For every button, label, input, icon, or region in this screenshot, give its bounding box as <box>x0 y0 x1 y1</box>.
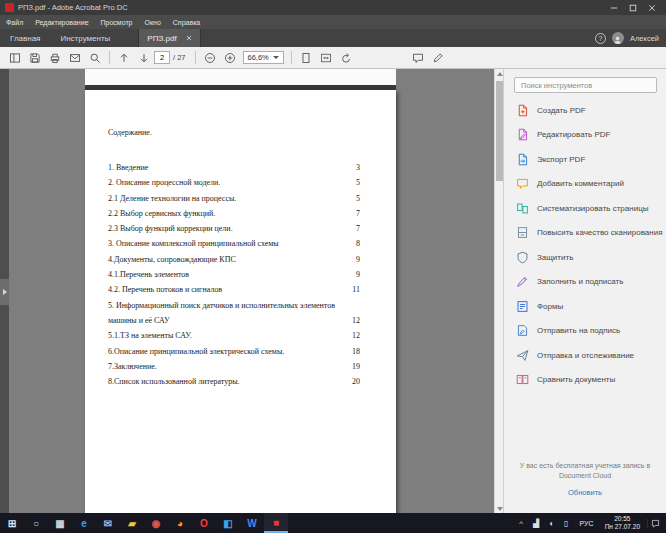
titlebar: РПЗ.pdf - Adobe Acrobat Pro DC <box>0 0 666 15</box>
upgrade-link[interactable]: Обновить <box>504 488 666 499</box>
close-button[interactable] <box>642 0 661 15</box>
clock-time: 20:55 <box>605 515 640 523</box>
toolbar: / 27 66,6% <box>0 47 666 69</box>
minimize-button[interactable] <box>604 0 623 15</box>
tab-tools[interactable]: Инструменты <box>50 29 120 47</box>
tab-document[interactable]: РПЗ.pdf <box>138 29 200 47</box>
fit-width-button[interactable] <box>316 49 336 67</box>
Добавить комментарий[interactable]: Добавить комментарий <box>504 172 666 197</box>
app-glyph: ○ <box>33 518 39 529</box>
Защитить[interactable]: Защитить <box>504 245 666 270</box>
battery-icon[interactable]: ▯ <box>560 519 573 528</box>
toc-entry-page: 7 <box>356 209 360 218</box>
menu-item[interactable]: Файл <box>0 15 29 29</box>
edge-icon[interactable]: e <box>72 513 96 533</box>
word-icon[interactable]: W <box>240 513 264 533</box>
toc-entry-page: 5 <box>356 178 360 187</box>
menu-item[interactable]: Справка <box>167 15 206 29</box>
vertical-scrollbar[interactable] <box>494 69 503 513</box>
mail-icon[interactable]: ✉ <box>96 513 120 533</box>
next-page-button[interactable] <box>134 49 154 67</box>
tools-list: Создать PDF Редактировать PDF Экспорт PD… <box>504 98 666 392</box>
explorer-icon[interactable]: ▰ <box>120 513 144 533</box>
tools-search-input[interactable] <box>514 77 657 93</box>
app-glyph: ■ <box>273 517 279 528</box>
help-icon[interactable]: ? <box>595 33 606 44</box>
tray-expand-icon[interactable]: ^ <box>515 519 528 528</box>
menu-item[interactable]: Просмотр <box>95 15 139 29</box>
menu-item[interactable]: Окно <box>139 15 167 29</box>
toc-entry-text: 1. Введение <box>108 163 148 172</box>
maximize-button[interactable] <box>623 0 642 15</box>
search-button[interactable]: ○ <box>24 513 48 533</box>
zoom-level-dropdown[interactable]: 66,6% <box>243 51 284 64</box>
acrobat-icon[interactable]: ■ <box>264 513 288 533</box>
volume-icon[interactable]: ◖ <box>545 519 558 528</box>
search-button[interactable] <box>85 49 105 67</box>
triangle-down-icon <box>497 507 503 511</box>
notice-line1: У вас есть бесплатная учетная запись в <box>504 461 666 471</box>
tool-label: Повысить качество сканирования <box>537 228 663 237</box>
tray-icons: ^ ▟ ◖ ▯ <box>515 519 573 528</box>
side-panel-toggle-button[interactable] <box>5 49 25 67</box>
Создать PDF[interactable]: Создать PDF <box>504 98 666 123</box>
firefox-icon[interactable]: ◕ <box>168 513 192 533</box>
avatar[interactable] <box>612 32 624 44</box>
tool-icon <box>516 275 529 288</box>
print-button[interactable] <box>45 49 65 67</box>
fit-one-page-button[interactable] <box>296 49 316 67</box>
Формы[interactable]: Формы <box>504 294 666 319</box>
tool-label: Экспорт PDF <box>537 155 585 164</box>
toc-row: 1. Введение 3 <box>108 163 360 178</box>
toolbar-separator <box>109 51 110 64</box>
opera-icon[interactable]: O <box>192 513 216 533</box>
tab-home[interactable]: Главная <box>0 29 50 47</box>
app-glyph: ◉ <box>152 518 161 529</box>
comment-tool-button[interactable] <box>408 49 428 67</box>
task-view-button[interactable]: ▦ <box>48 513 72 533</box>
email-button[interactable] <box>65 49 85 67</box>
toc-entry-text: 2.2 Выбор сервисных функций. <box>108 209 215 218</box>
app-glyph: ▦ <box>55 518 64 529</box>
network-icon[interactable]: ▟ <box>530 519 543 528</box>
scrollbar-thumb[interactable] <box>496 81 503 181</box>
Экспорт PDF[interactable]: Экспорт PDF <box>504 147 666 172</box>
previous-page-button[interactable] <box>114 49 134 67</box>
toc-row: машины и её САУ 12 <box>108 316 360 331</box>
toc-entry-text: 3. Описание комплексной принципиальной с… <box>108 239 279 248</box>
zoom-in-button[interactable] <box>220 49 240 67</box>
language-indicator[interactable]: РУС <box>576 520 598 527</box>
rotate-view-button[interactable] <box>336 49 356 67</box>
chrome-icon[interactable]: ◉ <box>144 513 168 533</box>
Отправка и отслеживание[interactable]: Отправка и отслеживание <box>504 343 666 368</box>
tool-label: Отправка и отслеживание <box>537 351 634 360</box>
menu-item[interactable]: Редактирование <box>29 15 94 29</box>
start-button[interactable]: ⊞ <box>0 513 24 533</box>
Отправить на подпись[interactable]: Отправить на подпись <box>504 319 666 344</box>
clock[interactable]: 20:55 Пн 27.07.20 <box>601 515 644 531</box>
user-name[interactable]: Алексей <box>630 34 659 43</box>
zoom-out-button[interactable] <box>200 49 220 67</box>
vscode-icon[interactable]: ◧ <box>216 513 240 533</box>
page-number-input[interactable] <box>154 51 170 64</box>
open-navigation-pane-handle[interactable] <box>0 279 9 305</box>
close-tab-icon[interactable] <box>186 35 192 41</box>
chevron-right-icon <box>3 289 7 295</box>
action-center-icon[interactable] <box>647 519 663 528</box>
triangle-up-icon <box>497 72 503 76</box>
toolbar-separator <box>291 51 292 64</box>
document-canvas[interactable]: Содержание. 1. Введение 3 2. Описание пр… <box>9 69 494 513</box>
document-page: Содержание. 1. Введение 3 2. Описание пр… <box>85 90 396 513</box>
sign-tool-button[interactable] <box>428 49 448 67</box>
Систематизировать страницы[interactable]: Систематизировать страницы <box>504 196 666 221</box>
Заполнить и подписать[interactable]: Заполнить и подписать <box>504 270 666 295</box>
Сравнить документы[interactable]: Сравнить документы <box>504 368 666 393</box>
toc-entry-page: 8 <box>356 239 360 248</box>
save-button[interactable] <box>25 49 45 67</box>
document-cloud-notice: У вас есть бесплатная учетная запись в D… <box>504 461 666 499</box>
tool-label: Создать PDF <box>537 106 586 115</box>
Редактировать PDF[interactable]: Редактировать PDF <box>504 123 666 148</box>
windows-taskbar: ⊞ ○ ▦ e ✉ ▰ ◉ <box>0 513 666 533</box>
tool-icon <box>516 226 529 239</box>
Повысить качество сканирования[interactable]: Повысить качество сканирования <box>504 221 666 246</box>
